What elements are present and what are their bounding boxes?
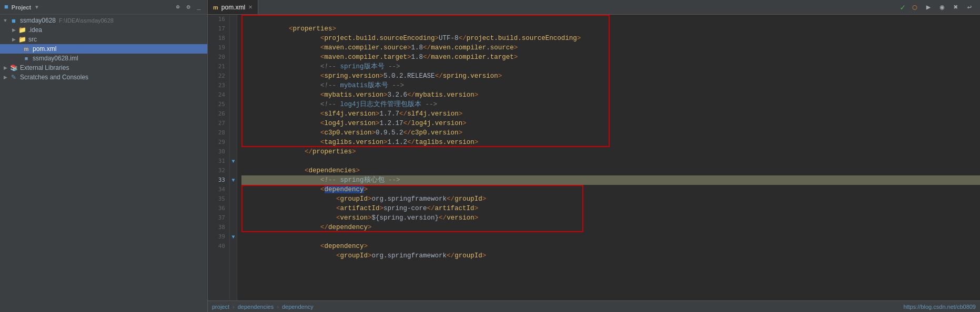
gutter-21 bbox=[230, 62, 237, 71]
sidebar-title: Project bbox=[12, 4, 31, 11]
code-line-32: <!-- spring核心包 --> bbox=[241, 166, 980, 175]
code-line-27: <c3p0.version>0.9.5.2</c3p0.version> bbox=[241, 119, 980, 128]
tab-bar: m pom.xml ✕ ✓ ◯ ▶ ◉ ✖ ↩ bbox=[208, 0, 980, 15]
tab-xml-icon: m bbox=[213, 4, 218, 11]
breadcrumb-dependencies[interactable]: dependencies bbox=[238, 304, 274, 310]
breadcrumb-dependency[interactable]: dependency bbox=[282, 304, 314, 310]
sidebar-item-pom-xml[interactable]: m pom.xml bbox=[0, 44, 207, 54]
line-num-16: 16 bbox=[208, 15, 229, 24]
code-line-31: <dependencies> bbox=[241, 157, 980, 166]
line-num-40: 40 bbox=[208, 242, 229, 251]
tab-close-btn[interactable]: ✕ bbox=[248, 4, 252, 10]
sidebar-tree: ▼ ■ ssmday0628 F:\IDEA\ssmday0628 ▶ 📁 .i… bbox=[0, 15, 207, 312]
b40b: > bbox=[368, 252, 372, 259]
toolbar-forward-icon[interactable]: ◉ bbox=[938, 3, 946, 12]
code-line-33: <dependency> bbox=[241, 175, 980, 185]
fold-arrow-33[interactable]: ▼ bbox=[231, 178, 235, 183]
line-num-19: 19 bbox=[208, 43, 229, 53]
breadcrumb-project[interactable]: project bbox=[212, 304, 229, 310]
t40b: groupId bbox=[454, 252, 482, 259]
code-line-16: <properties> bbox=[241, 15, 980, 24]
sidebar-item-project-root[interactable]: ▼ ■ ssmday0628 F:\IDEA\ssmday0628 bbox=[0, 16, 207, 25]
gutter-33[interactable]: ▼ bbox=[230, 175, 237, 185]
lib-icon: 📚 bbox=[9, 64, 18, 72]
editor-content: 16 17 18 19 20 21 22 23 24 25 26 27 28 2… bbox=[208, 15, 980, 300]
sidebar-header: ■ Project ▼ ⊕ ⚙ _ bbox=[0, 0, 207, 15]
gutter-29 bbox=[230, 138, 237, 147]
gutter-24 bbox=[230, 90, 237, 100]
indent-40 bbox=[289, 252, 336, 259]
code-line-35: <artifactId>spring-core</artifactId> bbox=[241, 194, 980, 204]
code-line-29: </properties> bbox=[241, 138, 980, 147]
sidebar: ■ Project ▼ ⊕ ⚙ _ ▼ ■ ssmday0628 F:\IDEA… bbox=[0, 0, 208, 312]
tree-label-project: ssmday0628 bbox=[20, 17, 56, 24]
toolbar-close-icon[interactable]: ✖ bbox=[952, 3, 960, 12]
line-num-31: 31 bbox=[208, 157, 229, 166]
tree-label-project-path: F:\IDEA\ssmday0628 bbox=[59, 17, 114, 24]
sidebar-dropdown-arrow[interactable]: ▼ bbox=[34, 4, 39, 10]
gutter-39[interactable]: ▼ bbox=[230, 232, 237, 242]
gutter: ▼ ▼ ▼ bbox=[230, 15, 237, 300]
sidebar-add-btn[interactable]: ⊕ bbox=[174, 3, 182, 12]
line-num-37: 37 bbox=[208, 213, 229, 223]
gutter-17 bbox=[230, 24, 237, 34]
toolbar-undo-icon[interactable]: ↩ bbox=[965, 3, 974, 12]
status-bar: project › dependencies › dependency http… bbox=[208, 300, 980, 312]
gutter-35 bbox=[230, 194, 237, 204]
editor-area: m pom.xml ✕ ✓ ◯ ▶ ◉ ✖ ↩ 16 17 18 19 20 bbox=[208, 0, 980, 312]
line-num-38: 38 bbox=[208, 223, 229, 232]
sidebar-item-src[interactable]: ▶ 📁 src bbox=[0, 35, 207, 44]
gutter-37 bbox=[230, 213, 237, 223]
fold-arrow-31[interactable]: ▼ bbox=[231, 159, 235, 164]
fold-arrow-39[interactable]: ▼ bbox=[231, 234, 235, 240]
sidebar-item-ext-libs[interactable]: ▶ 📚 External Libraries bbox=[0, 63, 207, 72]
toolbar-refresh-icon[interactable]: ◯ bbox=[911, 3, 919, 12]
gutter-34 bbox=[230, 185, 237, 194]
gutter-31[interactable]: ▼ bbox=[230, 157, 237, 166]
t40a: groupId bbox=[340, 252, 368, 259]
gutter-26 bbox=[230, 109, 237, 119]
project-icon: ■ bbox=[4, 3, 8, 11]
line-num-20: 20 bbox=[208, 53, 229, 62]
tree-arrow-src: ▶ bbox=[9, 37, 18, 42]
tree-label-extlibs: External Libraries bbox=[20, 64, 69, 71]
sidebar-item-scratches[interactable]: ▶ ✎ Scratches and Consoles bbox=[0, 72, 207, 82]
code-area[interactable]: <properties> <project.build.sourceEncodi… bbox=[237, 15, 980, 300]
line-num-28: 28 bbox=[208, 128, 229, 138]
tree-arrow-extlibs: ▶ bbox=[1, 65, 9, 70]
toolbar-back-icon[interactable]: ▶ bbox=[924, 3, 933, 12]
line-num-30: 30 bbox=[208, 147, 229, 157]
code-line-17: <project.build.sourceEncoding>UTF-8</pro… bbox=[241, 24, 980, 34]
line-num-33: 33 bbox=[208, 175, 229, 185]
code-line-40: <groupId>org.springframework</groupId> bbox=[241, 242, 980, 251]
gutter-16 bbox=[230, 15, 237, 24]
gutter-36 bbox=[230, 204, 237, 213]
scratch-icon: ✎ bbox=[9, 73, 18, 81]
xml-file-icon: m bbox=[22, 45, 31, 53]
line-num-39: 39 bbox=[208, 232, 229, 242]
line-num-24: 24 bbox=[208, 90, 229, 100]
b40c: </ bbox=[447, 252, 454, 259]
code-line-36: <version>${spring.version}</version> bbox=[241, 204, 980, 213]
sidebar-header-right: ⊕ ⚙ _ bbox=[174, 3, 203, 12]
gutter-40 bbox=[230, 242, 237, 251]
tab-pom-xml[interactable]: m pom.xml ✕ bbox=[208, 0, 258, 14]
gutter-28 bbox=[230, 128, 237, 138]
tree-label-scratches: Scratches and Consoles bbox=[20, 74, 88, 81]
code-line-37: </dependency> bbox=[241, 213, 980, 223]
line-numbers: 16 17 18 19 20 21 22 23 24 25 26 27 28 2… bbox=[208, 15, 230, 300]
gutter-27 bbox=[230, 119, 237, 128]
line-num-17: 17 bbox=[208, 24, 229, 34]
sidebar-minimize-btn[interactable]: _ bbox=[195, 3, 203, 12]
b40d: > bbox=[482, 252, 487, 259]
status-breadcrumb: project › dependencies › dependency bbox=[212, 304, 314, 310]
gutter-18 bbox=[230, 34, 237, 43]
sidebar-gear-btn[interactable]: ⚙ bbox=[184, 3, 193, 12]
sep2: › bbox=[277, 304, 279, 310]
gutter-22 bbox=[230, 71, 237, 81]
line-num-22: 22 bbox=[208, 71, 229, 81]
sep1: › bbox=[233, 304, 235, 310]
sidebar-item-idea[interactable]: ▶ 📁 .idea bbox=[0, 25, 207, 35]
sidebar-item-iml[interactable]: ■ ssmday0628.iml bbox=[0, 54, 207, 63]
tree-label-iml: ssmday0628.iml bbox=[33, 55, 78, 62]
